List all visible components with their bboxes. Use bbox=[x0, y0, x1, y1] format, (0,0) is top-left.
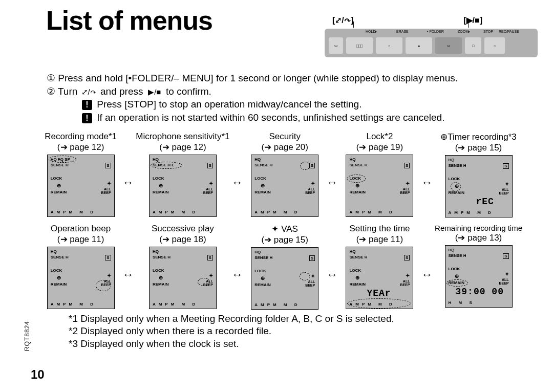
device-rocker: ⎕⎕⎕ bbox=[346, 37, 373, 54]
double-arrow-icon bbox=[325, 268, 339, 281]
lcd-screen: HQSENSE HSLOCK⊕✦REMAINALLBEEPAMPM M D bbox=[346, 155, 413, 217]
step-1-num: ① bbox=[46, 72, 55, 85]
menu-grid: Recording mode*1page 12HQ FQ SPSENSE HSL… bbox=[41, 132, 522, 310]
menu-item-title: Operation beep bbox=[41, 224, 120, 234]
double-arrow-icon bbox=[121, 176, 135, 189]
play-stop-key-icon: ▶/■ bbox=[146, 87, 163, 97]
device-label-zoom: ZOOM▸ bbox=[458, 30, 471, 34]
double-arrow-icon bbox=[121, 268, 135, 281]
menu-item-title: Setting the time bbox=[340, 224, 419, 234]
menu-item-title: Security bbox=[245, 132, 325, 142]
menu-item-page: page 15 bbox=[435, 142, 522, 153]
control-arrow-line bbox=[353, 21, 469, 28]
menu-item: Recording mode*1page 12HQ FQ SPSENSE HSL… bbox=[41, 132, 120, 217]
instructions-block: ① Press and hold [•FOLDER/– MENU] for 1 … bbox=[46, 72, 522, 124]
menu-item-page: page 12 bbox=[41, 142, 120, 153]
menu-item-title: Successive play bbox=[136, 224, 229, 234]
menu-item-page: page 19 bbox=[340, 142, 419, 153]
device-label-folder: • FOLDER bbox=[427, 30, 444, 33]
menu-item-page: page 11 bbox=[41, 234, 120, 245]
device-erase-button: ○ bbox=[376, 37, 402, 54]
menu-item-title: Lock*2 bbox=[340, 132, 419, 142]
menu-item: Lock*2page 19HQSENSE HSLOCK⊕✦REMAINALLBE… bbox=[340, 132, 419, 217]
menu-item-title: Remaining recording time bbox=[435, 224, 522, 232]
menu-item: Operation beeppage 11HQSENSE HSLOCK⊕✦REM… bbox=[41, 224, 120, 310]
double-arrow-icon bbox=[230, 268, 245, 281]
device-button-strip: HOLD▸ ERASE • FOLDER ZOOM▸ STOP REC/PAUS… bbox=[325, 29, 538, 57]
step-1-text: Press and hold [•FOLDER/– MENU] for 1 se… bbox=[58, 73, 458, 83]
lcd-screen: HQSENSE HSLOCK⊕✦REMAINALLBEEPAMPM M DrEC bbox=[445, 155, 513, 217]
lcd-screen: HQSENSE HSLOCK⊕✦REMAINALLBEEPAMPM M D bbox=[251, 155, 318, 217]
menu-item: Successive playpage 18HQSENSE HSLOCK⊕✦RE… bbox=[136, 224, 229, 310]
device-label-hold: HOLD▸ bbox=[366, 30, 377, 34]
step-2-text-b: and press bbox=[100, 86, 143, 97]
menu-item-title: Recording mode*1 bbox=[41, 132, 120, 142]
device-zoom-button: ▭ bbox=[435, 37, 462, 54]
step-2-text-a: Turn bbox=[58, 86, 77, 97]
device-recpause-button: ○ bbox=[484, 37, 505, 54]
double-arrow-icon bbox=[420, 268, 434, 281]
step-2-text-c: to confirm. bbox=[166, 86, 211, 97]
footnote-2: *2 Displayed only when there is a record… bbox=[69, 325, 522, 338]
menu-item-title: ⊕Timer recording*3 bbox=[435, 132, 522, 142]
device-folder-button: ● bbox=[406, 37, 432, 54]
device-label-erase: ERASE bbox=[396, 30, 409, 33]
footnote-3: *3 Displayed only when the clock is set. bbox=[69, 338, 522, 351]
menu-item: Remaining recording timepage 13HQSENSE H… bbox=[435, 224, 522, 310]
double-arrow-icon bbox=[325, 176, 339, 189]
lcd-screen: HQSENSE H LSLOCK⊕✦REMAINALLBEEPAMPM M D bbox=[149, 155, 217, 217]
double-arrow-icon bbox=[230, 176, 245, 189]
device-label-recpause: REC/PAUSE bbox=[499, 30, 519, 33]
menu-item-page: page 15 bbox=[245, 234, 325, 245]
menu-item-page: page 13 bbox=[435, 232, 522, 243]
page-number: 10 bbox=[31, 367, 45, 382]
note-2-text: If an operation is not started within 60… bbox=[97, 112, 444, 123]
lcd-screen: HQSENSE HSLOCK⊕✦REMAINALLBEEPAMPM M D bbox=[149, 247, 217, 309]
note-1-text: Press [STOP] to stop an operation midway… bbox=[97, 99, 361, 110]
device-stop-button: □ bbox=[465, 37, 481, 54]
warning-icon: ! bbox=[82, 100, 92, 110]
footnote-1: *1 Displayed only when a Meeting Recordi… bbox=[69, 313, 522, 325]
step-2-num: ② bbox=[46, 85, 55, 98]
warning-icon: ! bbox=[82, 113, 92, 123]
lcd-screen: HQSENSE HSLOCK⊕✦REMAINALLBEEPAMPM M D bbox=[47, 247, 115, 309]
menu-item: ✦ VASpage 15HQSENSE HSLOCK⊕✦REMAINALLBEE… bbox=[245, 224, 325, 310]
menu-item: Setting the timepage 11HQSENSE HSLOCK⊕✦R… bbox=[340, 224, 419, 310]
device-label-stop: STOP bbox=[483, 30, 493, 33]
menu-item: ⊕Timer recording*3page 15HQSENSE HSLOCK⊕… bbox=[435, 132, 522, 217]
menu-item: Securitypage 20HQSENSE HSLOCK⊕✦REMAINALL… bbox=[245, 132, 325, 217]
lcd-screen: HQSENSE HSLOCK⊕✦REMAINALLBEEPH M S39:00 … bbox=[445, 245, 513, 308]
menu-item-page: page 11 bbox=[340, 234, 419, 245]
doc-code: RQT8824 bbox=[24, 321, 31, 351]
lcd-screen: HQ FQ SPSENSE HSLOCK⊕✦REMAINALLBEEPAMPM … bbox=[47, 155, 115, 217]
double-arrow-icon bbox=[420, 176, 434, 189]
menu-item-page: page 12 bbox=[136, 142, 229, 153]
footnotes-block: *1 Displayed only when a Meeting Recordi… bbox=[69, 313, 522, 351]
menu-item-title: Microphone sensitivity*1 bbox=[136, 132, 229, 142]
device-hold-switch: ▭ bbox=[329, 37, 343, 54]
menu-item-page: page 20 bbox=[245, 142, 325, 153]
rocker-key-icon: ⤢/↷ bbox=[80, 87, 98, 97]
control-label-left: [⤢/↷] bbox=[332, 15, 353, 25]
lcd-screen: HQSENSE HSLOCK⊕✦REMAINALLBEEPAMPM M DYEA… bbox=[346, 247, 413, 309]
menu-item-title: ✦ VAS bbox=[245, 224, 325, 234]
menu-item: Microphone sensitivity*1page 12HQSENSE H… bbox=[136, 132, 229, 217]
lcd-screen: HQSENSE HSLOCK⊕✦REMAINALLBEEPAMPM M D bbox=[251, 247, 318, 310]
menu-item-page: page 18 bbox=[136, 234, 229, 245]
